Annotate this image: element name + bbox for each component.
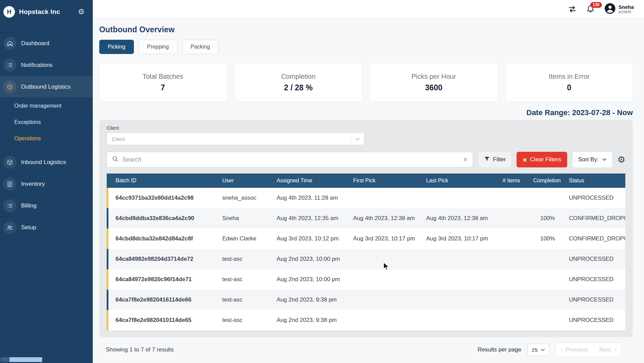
notifications-bell-icon[interactable]: 130 [586, 5, 595, 13]
clear-filters-label: Clear Filters [530, 156, 561, 163]
cell-last-pick: Aug 3rd 2023, 10:17 pm [423, 229, 499, 249]
table-row[interactable]: 64ca84982e98204d3714de72 test-asc Aug 2n… [107, 249, 625, 269]
stat-card-picks-per-hour: Picks per Hour 3600 [370, 63, 498, 102]
table-row[interactable]: 64cc9371ba32e80dd14a2c98 sneha_assoc Aug… [107, 188, 625, 208]
stat-card-completion: Completion 2 / 28 % [235, 63, 362, 102]
cell-user: test-asc [219, 269, 273, 290]
previous-label: Previous [565, 346, 588, 353]
people-icon [3, 221, 16, 234]
tab-prepping[interactable]: Prepping [139, 40, 177, 54]
cell-items [499, 229, 530, 249]
sidebar-item-inbound-logistics[interactable]: Inbound Logistics [0, 151, 93, 173]
user-name: Sneha [619, 4, 634, 10]
batch-id-link[interactable]: 64ca7f8e2e9820416114de66 [116, 296, 191, 303]
clear-filters-button[interactable]: × Clear Filters [517, 152, 567, 167]
app-root: H Hopstack Inc ⚙ Dashboard Notifications [0, 0, 644, 363]
cell-status: UNPROCESSED [565, 269, 625, 290]
table-row[interactable]: 64cbd8ddba32e836ca4a2c90 Sneha Aug 4th 2… [107, 208, 625, 229]
cell-user: sneha_assoc [219, 188, 273, 208]
cell-assigned-time: Aug 2nd 2023, 9:38 pm [273, 290, 350, 310]
pager: ‹ Previous Next › [555, 343, 622, 357]
client-select-placeholder: Client [112, 136, 125, 142]
cell-first-pick: Aug 4th 2023, 12:38 am [350, 208, 423, 229]
client-select[interactable]: Client [107, 133, 364, 145]
page-size-select[interactable]: 25 [527, 344, 549, 356]
chevron-right-icon: › [614, 346, 616, 353]
previous-page-button[interactable]: ‹ Previous [556, 343, 594, 357]
cell-last-pick: Aug 4th 2023, 12:38 am [423, 208, 499, 229]
cell-status: CONFIRMED_DROPOFF [565, 229, 625, 249]
cell-first-pick [350, 310, 423, 330]
column-header-user: User [219, 174, 273, 188]
batch-id-link[interactable]: 64ca7f8e2e9820410114de65 [116, 317, 191, 323]
user-meta: Sneha ADMIN [619, 4, 634, 14]
sidebar-header: H Hopstack Inc ⚙ [0, 0, 93, 24]
cell-user: test-asc [219, 249, 273, 269]
notification-count-badge: 130 [590, 2, 602, 8]
table-header: Batch ID User Assigned Time First Pick L… [107, 174, 625, 188]
cell-status: CONFIRMED_DROPOFF [565, 208, 625, 229]
cell-items [499, 269, 530, 290]
sidebar-item-label: Setup [21, 224, 36, 231]
table-settings-gear-icon[interactable]: ⚙ [617, 155, 625, 164]
sidebar-item-label: Outbound Logistics [21, 84, 71, 90]
client-label: Client [107, 125, 625, 131]
sidebar-item-outbound-logistics[interactable]: Outbound Logistics [0, 76, 93, 97]
batch-id-link[interactable]: 64cc9371ba32e80dd14a2c98 [116, 195, 194, 201]
cell-user: test-asc [219, 290, 273, 310]
next-page-button[interactable]: Next › [593, 343, 621, 357]
batch-id-link[interactable]: 64cbd8ddba32e836ca4a2c90 [116, 215, 194, 221]
sidebar-item-label: Inventory [21, 181, 45, 187]
transfer-arrows-icon[interactable] [568, 5, 577, 14]
search-clear-icon[interactable]: × [463, 156, 468, 164]
sort-by-label: Sort By: [578, 156, 598, 163]
table-row[interactable]: 64ca7f8e2e9820410114de65 test-asc Aug 2n… [107, 310, 625, 330]
cell-status: UNPROCESSED [565, 188, 625, 208]
tab-packing[interactable]: Packing [182, 40, 219, 54]
page-title: Outbound Overview [99, 25, 633, 34]
cell-first-pick [350, 290, 423, 310]
filter-row: × Filter × Clear Filters Sort By: [107, 152, 625, 167]
batch-id-link[interactable]: 64ca84972e9820c96f14de71 [116, 276, 192, 283]
cell-user: test-asc [219, 310, 273, 330]
chevron-down-icon [602, 158, 607, 161]
sidebar-subitem-exceptions[interactable]: Exceptions [0, 114, 93, 130]
filter-button[interactable]: Filter [478, 152, 511, 167]
stat-label: Completion [281, 73, 315, 80]
sidebar-subitem-operations[interactable]: Operations [0, 130, 93, 147]
cell-assigned-time: Aug 4th 2023, 12:35 am [273, 208, 350, 229]
cell-items [499, 188, 530, 208]
batch-id-link[interactable]: 64cbd8dcba32e842d84a2c8f [116, 235, 193, 242]
column-header-last-pick: Last Pick [423, 174, 499, 188]
stat-card-total-batches: Total Batches 7 [99, 63, 227, 102]
page-size-value: 25 [532, 347, 538, 353]
sidebar-item-label: Notifications [21, 62, 53, 69]
cell-items [499, 249, 530, 269]
sidebar-settings-gear-icon[interactable]: ⚙ [78, 8, 85, 16]
brand-name: Hopstack Inc [19, 8, 74, 16]
cell-completion [530, 269, 565, 290]
sidebar-item-notifications[interactable]: Notifications [0, 54, 93, 76]
content: Outbound Overview Picking Prepping Packi… [93, 18, 644, 363]
column-header-completion: Completion [530, 174, 565, 188]
sidebar-item-inventory[interactable]: Inventory [0, 173, 93, 195]
sidebar: H Hopstack Inc ⚙ Dashboard Notifications [0, 0, 93, 363]
row-accent-bar [107, 310, 108, 330]
sidebar-subitem-order-management[interactable]: Order management [0, 98, 93, 114]
batch-id-link[interactable]: 64ca84982e98204d3714de72 [116, 256, 193, 262]
table-row[interactable]: 64cbd8dcba32e842d84a2c8f Edwin Clarke Au… [107, 229, 625, 249]
sidebar-item-billing[interactable]: Billing [0, 195, 93, 216]
stat-label: Items in Error [549, 73, 590, 80]
sidebar-item-setup[interactable]: Setup [0, 216, 93, 238]
column-header-first-pick: First Pick [350, 174, 423, 188]
search-input[interactable] [122, 156, 460, 163]
user-menu[interactable]: Sneha ADMIN [604, 3, 634, 16]
next-label: Next [599, 346, 611, 353]
table-row[interactable]: 64ca84972e9820c96f14de71 test-asc Aug 2n… [107, 269, 625, 290]
table-row[interactable]: 64ca7f8e2e9820416114de66 test-asc Aug 2n… [107, 290, 625, 310]
sort-by-dropdown[interactable]: Sort By: [573, 152, 612, 167]
tab-picking[interactable]: Picking [99, 40, 134, 54]
sidebar-item-dashboard[interactable]: Dashboard [0, 32, 93, 54]
row-accent-bar [107, 249, 108, 269]
cell-completion: 100% [530, 229, 565, 249]
